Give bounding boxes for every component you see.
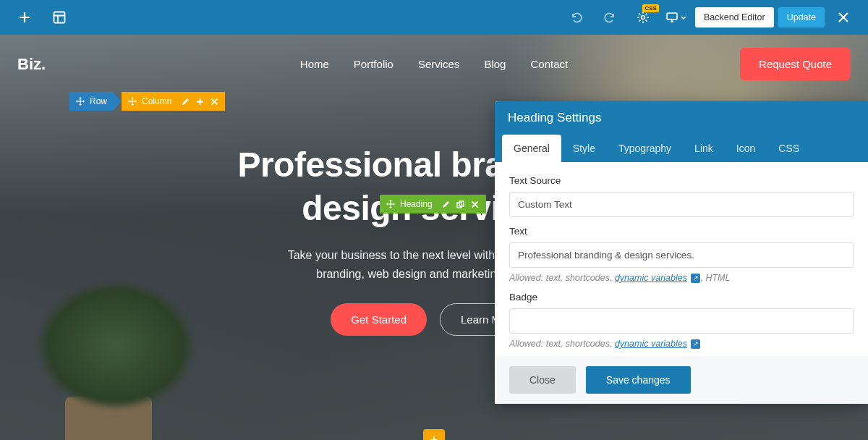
add-element-button[interactable]	[10, 0, 39, 35]
hint-prefix: Allowed: text, shortcodes,	[509, 273, 615, 283]
column-control[interactable]: Column	[122, 92, 225, 111]
heading-settings-panel: Heading Settings General Style Typograph…	[495, 101, 868, 404]
site-header: Biz. Home Portfolio Services Blog Contac…	[0, 48, 868, 80]
clone-icon[interactable]	[456, 199, 466, 209]
layout-icon	[53, 11, 66, 24]
svg-rect-0	[54, 12, 65, 23]
text-source-select[interactable]	[509, 192, 854, 217]
move-icon	[127, 96, 137, 106]
redo-icon	[603, 11, 616, 24]
responsive-button[interactable]	[662, 0, 691, 35]
update-button[interactable]: Update	[778, 7, 825, 28]
layout-button[interactable]	[45, 0, 74, 35]
backend-editor-button[interactable]: Backend Editor	[695, 7, 774, 28]
dynamic-variables-link[interactable]: dynamic variables	[615, 339, 687, 349]
plus-icon	[18, 11, 31, 24]
move-icon	[75, 96, 85, 106]
badge-hint: Allowed: text, shortcodes, dynamic varia…	[509, 339, 854, 349]
row-control[interactable]: Row	[69, 92, 113, 111]
close-icon[interactable]	[470, 199, 480, 209]
close-button[interactable]: Close	[509, 366, 576, 394]
tab-icon[interactable]: Icon	[725, 135, 767, 162]
monitor-icon	[665, 11, 678, 24]
badge-input[interactable]	[509, 308, 854, 334]
text-hint: Allowed: text, shortcodes, dynamic varia…	[509, 273, 854, 283]
editor-top-toolbar: Backend Editor Update	[0, 0, 868, 35]
save-changes-button[interactable]: Save changes	[586, 366, 691, 394]
edit-icon[interactable]	[441, 199, 451, 209]
tab-style[interactable]: Style	[561, 135, 607, 162]
close-icon	[838, 12, 849, 23]
badge-label: Badge	[509, 292, 854, 302]
chevron-down-icon	[681, 16, 686, 20]
settings-button[interactable]	[629, 0, 658, 35]
close-editor-button[interactable]	[829, 0, 858, 35]
panel-footer: Close Save changes	[495, 356, 868, 404]
nav-home[interactable]: Home	[300, 58, 329, 70]
row-column-controls: Row Column	[69, 92, 225, 111]
undo-icon	[570, 11, 583, 24]
text-label: Text	[509, 226, 854, 237]
tab-typography[interactable]: Typography	[607, 135, 683, 162]
hint-prefix: Allowed: text, shortcodes,	[509, 339, 615, 349]
close-icon[interactable]	[209, 96, 219, 106]
get-started-button[interactable]: Get Started	[331, 303, 427, 336]
tab-css[interactable]: CSS	[767, 135, 811, 162]
panel-tabs: General Style Typography Link Icon CSS	[495, 135, 868, 162]
external-link-icon: ↗	[691, 274, 700, 283]
column-label: Column	[142, 96, 171, 106]
toolbar-left-group	[10, 0, 74, 35]
undo-button[interactable]	[562, 0, 591, 35]
plus-icon[interactable]	[195, 96, 205, 106]
text-input[interactable]	[509, 242, 854, 268]
hint-suffix: , HTML	[700, 273, 730, 283]
tab-general[interactable]: General	[502, 135, 561, 162]
nav-services[interactable]: Services	[418, 58, 460, 70]
tab-link[interactable]: Link	[683, 135, 725, 162]
move-icon	[386, 199, 396, 209]
chevron-icon	[113, 92, 122, 111]
toolbar-right-group: Backend Editor Update	[562, 0, 858, 35]
panel-title[interactable]: Heading Settings	[495, 101, 868, 135]
text-source-label: Text Source	[509, 175, 854, 186]
heading-controls: Heading	[380, 195, 486, 213]
row-label: Row	[90, 96, 107, 106]
dynamic-variables-link[interactable]: dynamic variables	[615, 273, 687, 283]
redo-button[interactable]	[595, 0, 624, 35]
svg-rect-2	[667, 13, 677, 20]
panel-body: Text Source Text Allowed: text, shortcod…	[495, 162, 868, 356]
nav-contact[interactable]: Contact	[530, 58, 568, 70]
gear-icon	[637, 11, 650, 24]
edit-icon[interactable]	[180, 96, 190, 106]
nav-portfolio[interactable]: Portfolio	[354, 58, 393, 70]
add-section-button[interactable]	[423, 429, 445, 440]
nav-blog[interactable]: Blog	[484, 58, 506, 70]
plus-icon	[429, 435, 439, 440]
svg-point-1	[641, 16, 644, 20]
external-link-icon: ↗	[691, 339, 700, 349]
heading-control[interactable]: Heading	[380, 195, 486, 213]
request-quote-button[interactable]: Request Quote	[740, 48, 851, 80]
heading-label: Heading	[400, 199, 433, 209]
main-nav: Home Portfolio Services Blog Contact	[0, 58, 868, 70]
